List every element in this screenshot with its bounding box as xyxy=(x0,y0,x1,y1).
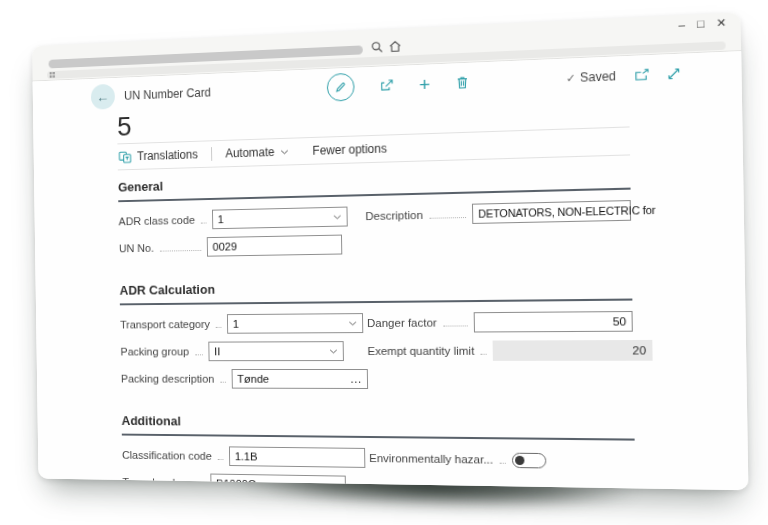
field-un-no: UN No. 0029 xyxy=(119,235,342,259)
dotted-leader xyxy=(481,353,487,354)
section-additional: Additional Classification code 1.1B xyxy=(121,413,635,490)
section-title-additional: Additional xyxy=(121,413,634,440)
section-title-general: General xyxy=(118,166,631,202)
chevron-down-icon xyxy=(280,149,289,154)
description-input[interactable]: DETONATORS, NON-ELECTRIC for xyxy=(472,200,631,224)
back-button[interactable]: ← xyxy=(91,84,115,110)
translations-label: Translations xyxy=(137,148,198,163)
classification-code-input[interactable]: 1.1B xyxy=(229,446,365,468)
field-exempt-quantity-limit: Exempt quantity limit 20 xyxy=(367,340,633,361)
close-button[interactable]: ✕ xyxy=(716,16,726,30)
browser-window: – □ ✕ xyxy=(32,12,748,490)
chevron-down-icon xyxy=(329,349,338,354)
dotted-leader xyxy=(216,326,222,327)
maximize-button[interactable]: □ xyxy=(697,17,704,31)
fewer-options-button[interactable]: Fewer options xyxy=(301,141,399,158)
dotted-leader xyxy=(429,216,466,218)
danger-factor-input[interactable]: 50 xyxy=(474,311,633,333)
page-caption: UN Number Card xyxy=(124,86,211,103)
save-status-label: Saved xyxy=(580,69,616,85)
field-description: Description DETONATORS, NON-ELECTRIC for xyxy=(365,200,631,226)
app-launcher-icon[interactable] xyxy=(50,72,56,78)
dotted-leader xyxy=(443,325,468,326)
card-sections: General ADR class code 1 xyxy=(34,163,748,491)
share-icon[interactable] xyxy=(379,79,394,93)
field-adr-class-code: ADR class code 1 xyxy=(118,207,341,231)
chevron-down-icon xyxy=(333,214,342,219)
un-no-input[interactable]: 0029 xyxy=(207,235,343,257)
save-status: ✓ Saved xyxy=(566,69,616,85)
window-controls: – □ ✕ xyxy=(678,16,726,32)
adr-class-code-combobox[interactable]: 1 xyxy=(212,207,348,230)
automate-label: Automate xyxy=(225,145,274,160)
packing-description-input[interactable]: Tønde … xyxy=(231,369,368,389)
pencil-icon xyxy=(334,81,347,94)
delete-icon[interactable] xyxy=(455,75,468,90)
exempt-quantity-limit-field: 20 xyxy=(493,340,653,361)
section-adr-calculation: ADR Calculation Transport category 1 xyxy=(120,277,634,398)
packing-group-combobox[interactable]: II xyxy=(208,341,344,361)
new-record-icon[interactable]: + xyxy=(419,74,431,94)
popout-icon[interactable] xyxy=(634,69,649,82)
chevron-down-icon xyxy=(348,321,357,326)
toggle-knob xyxy=(515,455,524,464)
search-icon[interactable] xyxy=(371,40,384,54)
field-danger-factor: Danger factor 50 xyxy=(367,311,633,333)
dotted-leader xyxy=(220,381,226,382)
fewer-options-label: Fewer options xyxy=(312,142,387,158)
stage: – □ ✕ xyxy=(0,0,768,525)
back-arrow-icon: ← xyxy=(96,89,109,105)
minimize-button[interactable]: – xyxy=(678,18,685,32)
check-icon: ✓ xyxy=(566,71,576,85)
section-title-adr-calculation: ADR Calculation xyxy=(120,277,633,306)
expand-icon[interactable] xyxy=(667,67,680,80)
home-icon[interactable] xyxy=(389,40,402,54)
chrome-icons xyxy=(371,40,402,54)
environmentally-hazardous-toggle[interactable] xyxy=(512,452,547,468)
record-actions: + xyxy=(301,68,469,103)
translations-button[interactable]: Translations xyxy=(118,147,210,163)
field-transport-category: Transport category 1 xyxy=(120,313,344,334)
action-bar-separator xyxy=(211,147,212,161)
automate-menu[interactable]: Automate xyxy=(214,144,301,160)
dotted-leader xyxy=(218,458,224,459)
dotted-leader xyxy=(499,462,505,463)
field-classification-code: Classification code 1.1B xyxy=(122,445,346,467)
transport-category-combobox[interactable]: 1 xyxy=(227,313,363,334)
field-environmentally-hazardous: Environmentally hazar... xyxy=(369,448,635,472)
dotted-leader xyxy=(195,354,203,355)
field-packing-description: Packing description Tønde … xyxy=(121,369,345,389)
translations-icon xyxy=(118,150,131,163)
un-number-card-page: ← UN Number Card xyxy=(33,51,749,490)
dotted-leader xyxy=(201,222,207,223)
section-general: General ADR class code 1 xyxy=(118,166,632,266)
edit-button[interactable] xyxy=(326,73,354,102)
page-status-actions: ✓ Saved xyxy=(566,66,681,85)
assist-edit-icon[interactable]: … xyxy=(350,376,362,382)
dotted-leader xyxy=(160,249,202,251)
field-packing-group: Packing group II xyxy=(120,341,344,361)
